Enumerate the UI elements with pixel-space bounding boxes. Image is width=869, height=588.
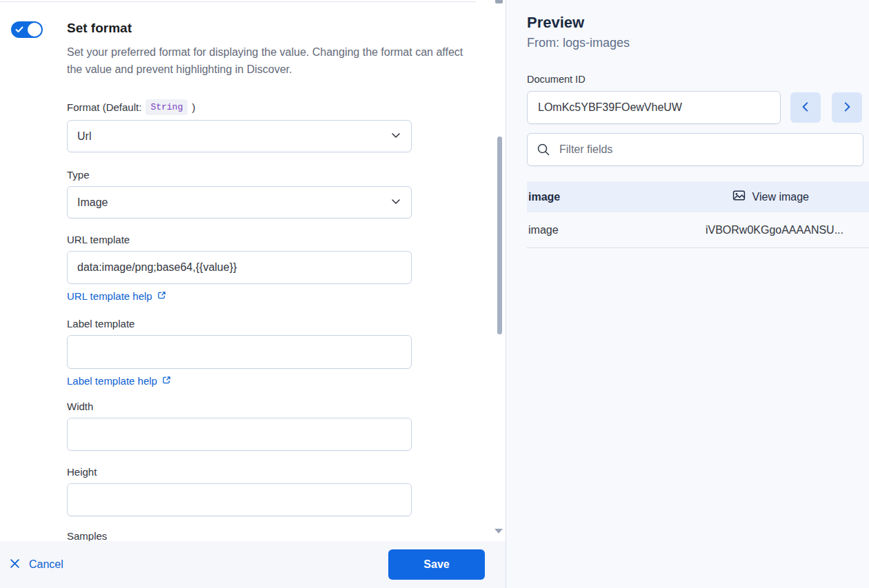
view-image-label: View image: [752, 191, 809, 203]
format-field-row: Format (Default: String ) Url: [67, 99, 412, 152]
field-name-cell: image: [527, 224, 559, 236]
scroll-up-icon[interactable]: [495, 0, 503, 3]
save-button[interactable]: Save: [388, 549, 485, 580]
url-template-input[interactable]: [67, 251, 412, 284]
panel-description: Set your preferred format for displaying…: [67, 43, 475, 78]
filter-fields-wrap: [527, 133, 863, 166]
view-image-button[interactable]: View image: [732, 189, 869, 205]
chevron-down-icon: [390, 130, 401, 143]
format-label: Format (Default: String ): [67, 99, 412, 115]
table-row: image iVBORw0KGgoAAAANSU...: [527, 212, 869, 248]
type-label: Type: [67, 168, 412, 181]
width-input[interactable]: [67, 418, 412, 451]
type-field-row: Type Image: [67, 168, 412, 219]
set-format-toggle[interactable]: [11, 21, 43, 38]
close-icon: [10, 558, 20, 571]
default-format-badge: String: [146, 99, 188, 115]
chevron-down-icon: [390, 196, 401, 210]
document-id-row: [527, 91, 869, 124]
label-template-input[interactable]: [67, 335, 412, 369]
preview-panel: Preview From: logs-images Document ID: [506, 0, 869, 588]
field-format-editor: Set format Set your preferred format for…: [0, 0, 869, 588]
label-template-help-link[interactable]: Label template help: [67, 375, 171, 387]
url-template-help-link[interactable]: URL template help: [67, 290, 166, 302]
width-label: Width: [67, 400, 412, 413]
toggle-knob: [28, 23, 41, 37]
panel-title: Set format: [67, 21, 483, 36]
preview-source: From: logs-images: [527, 36, 869, 50]
samples-section-label: Samples: [67, 530, 483, 541]
chevron-left-icon: [799, 101, 812, 115]
preview-fields-table: image View image image iVBORw0KGgoAAAANS…: [527, 181, 869, 248]
scrollbar-thumb[interactable]: [497, 136, 502, 334]
label-template-help-label: Label template help: [67, 375, 157, 387]
url-template-row: URL template: [67, 233, 412, 284]
document-id-input[interactable]: [527, 91, 781, 124]
url-template-label: URL template: [67, 233, 412, 246]
height-input[interactable]: [67, 483, 412, 516]
type-select-value: Image: [77, 196, 108, 209]
format-label-prefix: Format (Default:: [67, 101, 141, 114]
cancel-label: Cancel: [29, 558, 63, 571]
set-format-flyout: Set format Set your preferred format for…: [0, 0, 506, 588]
label-template-row: Label template: [67, 317, 412, 369]
external-link-icon: [157, 290, 166, 302]
height-label: Height: [67, 465, 412, 478]
cancel-button[interactable]: Cancel: [10, 558, 63, 571]
scroll-down-icon[interactable]: [495, 529, 503, 534]
height-field-row: Height: [67, 465, 412, 516]
field-value-cell: iVBORw0KGgoAAAANSU...: [706, 224, 869, 236]
previous-document-button[interactable]: [790, 92, 821, 123]
format-label-suffix: ): [192, 101, 195, 114]
type-select[interactable]: Image: [67, 186, 412, 219]
format-select[interactable]: Url: [67, 120, 412, 152]
external-link-icon: [162, 375, 171, 387]
check-icon: [15, 26, 23, 36]
document-id-label: Document ID: [527, 73, 869, 85]
table-header-row: image View image: [527, 181, 869, 212]
image-icon: [732, 189, 746, 205]
field-name-header: image: [527, 191, 560, 203]
filter-fields-input[interactable]: [527, 133, 863, 166]
format-select-value: Url: [77, 130, 91, 143]
form-scrollbar[interactable]: [491, 0, 506, 541]
chevron-right-icon: [841, 101, 853, 115]
preview-title: Preview: [527, 14, 869, 32]
label-template-label: Label template: [67, 317, 412, 330]
flyout-footer: Cancel Save: [0, 541, 506, 588]
format-form: Set format Set your preferred format for…: [67, 0, 483, 541]
width-field-row: Width: [67, 400, 412, 451]
next-document-button[interactable]: [832, 92, 862, 123]
url-template-help-label: URL template help: [67, 290, 152, 302]
